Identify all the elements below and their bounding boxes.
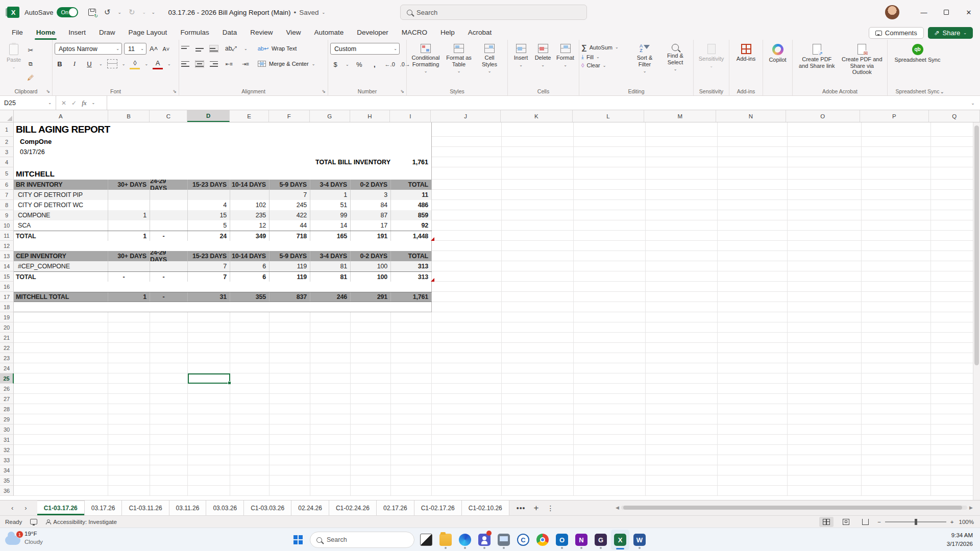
new-sheet-icon[interactable]: + <box>534 503 539 513</box>
grid-cell[interactable] <box>718 414 788 424</box>
grid-cell[interactable] <box>432 231 502 241</box>
grid-cell[interactable] <box>432 424 502 435</box>
grid-cell[interactable] <box>574 180 646 190</box>
grid-cell[interactable] <box>108 312 150 322</box>
underline-dropdown-icon[interactable]: ⌄ <box>99 62 103 66</box>
grid-cell[interactable]: 24-29 DAYS <box>150 180 188 190</box>
grid-cell[interactable] <box>108 414 150 424</box>
column-header-H[interactable]: H <box>350 110 390 122</box>
grid-cell[interactable] <box>150 363 188 373</box>
row-header-5[interactable]: 5 <box>0 167 14 180</box>
grid-cell[interactable]: 6 <box>230 272 270 282</box>
grid-cell[interactable] <box>230 455 270 465</box>
grid-cell[interactable] <box>270 465 310 475</box>
sheet-tab-C1-03.17.26[interactable]: C1-03.17.26 <box>37 500 85 515</box>
autosave-toggle[interactable]: On <box>57 7 78 17</box>
grid-cell[interactable] <box>646 180 718 190</box>
grid-cell[interactable] <box>574 404 646 414</box>
grid-cell[interactable] <box>270 486 310 496</box>
grid-cell[interactable]: 246 <box>310 292 351 302</box>
grid-cell[interactable] <box>718 394 788 404</box>
grid-cell[interactable] <box>862 475 931 486</box>
grid-cell[interactable] <box>574 157 646 167</box>
grid-cell[interactable]: - <box>150 231 188 241</box>
column-header-P[interactable]: P <box>860 110 929 122</box>
row-header-32[interactable]: 32 <box>0 445 14 455</box>
grid-cell[interactable] <box>788 302 862 312</box>
page-break-view-button[interactable] <box>858 517 872 527</box>
grid-cell[interactable] <box>862 210 931 220</box>
row-header-3[interactable]: 3 <box>0 147 14 157</box>
grid-cell[interactable] <box>14 343 108 353</box>
redo-icon[interactable]: ↻ <box>125 6 138 19</box>
grid-cell[interactable] <box>574 486 646 496</box>
top-align-icon[interactable] <box>181 45 189 52</box>
grid-cell[interactable]: 3-4 DAYS <box>310 251 351 261</box>
grid-cell[interactable] <box>432 220 502 231</box>
grid-cell[interactable]: 0-2 DAYS <box>351 251 391 261</box>
grid-cell[interactable]: COMPONE <box>14 210 108 220</box>
grid-cell[interactable] <box>574 231 646 241</box>
grid-cell[interactable] <box>230 373 270 384</box>
grid-cell[interactable] <box>188 363 230 373</box>
grid-cell[interactable] <box>646 200 718 210</box>
grid-cell[interactable] <box>270 384 310 394</box>
grid-cell[interactable] <box>502 200 574 210</box>
grid-cell[interactable] <box>432 363 502 373</box>
fx-dropdown-icon[interactable]: ⌄ <box>92 101 95 105</box>
grid-cell[interactable] <box>502 486 574 496</box>
grid-cell[interactable]: 5 <box>188 220 230 231</box>
create-pdf-share-outlook-button[interactable]: Create PDF and Share via Outlook <box>839 43 885 77</box>
middle-align-icon[interactable] <box>195 45 204 52</box>
grid-cell[interactable] <box>230 343 270 353</box>
grid-cell[interactable] <box>862 231 931 241</box>
grid-cell[interactable] <box>391 414 432 424</box>
grid-cell[interactable] <box>391 394 432 404</box>
grid-cell[interactable] <box>502 384 574 394</box>
grid-cell[interactable] <box>150 404 188 414</box>
grid-cell[interactable] <box>432 302 502 312</box>
grid-cell[interactable] <box>502 241 574 251</box>
grid-cell[interactable] <box>718 486 788 496</box>
row-header-36[interactable]: 36 <box>0 486 14 496</box>
taskbar-icon-word[interactable]: W <box>630 530 649 550</box>
grid-cell[interactable] <box>108 322 150 333</box>
grid-cell[interactable] <box>150 384 188 394</box>
grid-cell[interactable] <box>502 147 574 157</box>
grid-cell[interactable] <box>646 282 718 292</box>
grid-cell[interactable] <box>502 363 574 373</box>
grid-cell[interactable] <box>646 220 718 231</box>
tab-macro[interactable]: MACRO <box>395 27 434 40</box>
borders-icon[interactable] <box>107 59 117 68</box>
insert-function-icon[interactable]: fx <box>82 99 86 107</box>
fill-button[interactable]: ⤓Fill⌄ <box>581 54 628 60</box>
grid-cell[interactable] <box>351 475 391 486</box>
grid-cell[interactable] <box>574 343 646 353</box>
grid-cell[interactable] <box>270 322 310 333</box>
grid-cell[interactable] <box>432 343 502 353</box>
underline-button[interactable]: U <box>84 58 94 69</box>
grid-cell[interactable] <box>862 137 931 147</box>
taskbar-icon-remote-desktop[interactable] <box>495 530 513 550</box>
grid-cell[interactable]: CITY OF DETROIT WC <box>14 200 108 210</box>
grid-cell[interactable]: 10-14 DAYS <box>230 180 270 190</box>
document-title[interactable]: 03.17.26 - 2026 Bill Aging Report (Main)… <box>168 9 325 16</box>
row-header-16[interactable]: 16 <box>0 282 14 292</box>
grid-cell[interactable] <box>788 167 862 180</box>
grid-cell[interactable] <box>646 394 718 404</box>
grid-cell[interactable] <box>862 404 931 414</box>
grid-cell[interactable] <box>502 353 574 363</box>
grid-cell[interactable]: 99 <box>310 210 351 220</box>
grid-cell[interactable]: 100 <box>351 272 391 282</box>
grid-cell[interactable] <box>351 414 391 424</box>
grid-cell[interactable] <box>788 414 862 424</box>
grid-cell[interactable] <box>788 292 862 302</box>
grid-cell[interactable]: 15-23 DAYS <box>188 180 230 190</box>
grid-cell[interactable] <box>502 231 574 241</box>
tab-help[interactable]: Help <box>434 27 461 40</box>
add-ins-button[interactable]: Add-ins <box>731 43 761 63</box>
grid-cell[interactable] <box>14 445 108 455</box>
tab-formulas[interactable]: Formulas <box>174 27 215 40</box>
grid-cell[interactable] <box>862 190 931 200</box>
grid-cell[interactable] <box>718 465 788 475</box>
